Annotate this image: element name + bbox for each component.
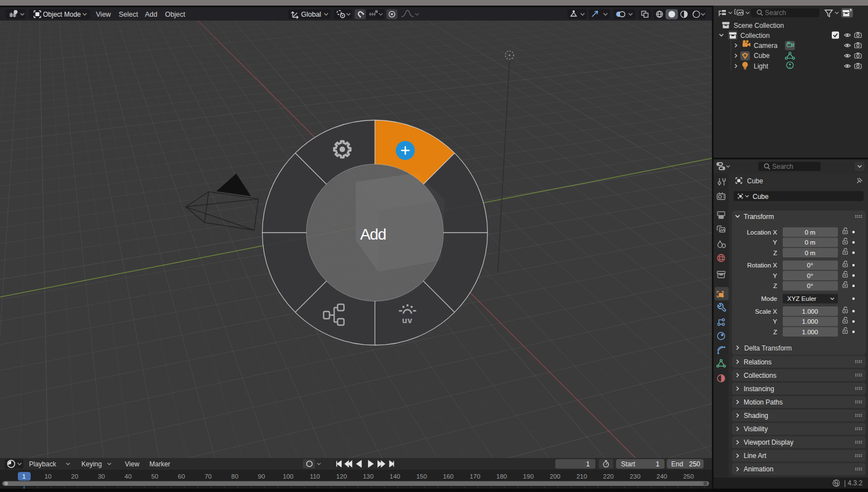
- svg-text:1: 1: [656, 460, 660, 468]
- svg-text:View: View: [125, 460, 139, 468]
- svg-text:10: 10: [45, 473, 52, 480]
- svg-text:150: 150: [416, 473, 427, 480]
- svg-text:Collections: Collections: [744, 372, 777, 379]
- svg-text:1: 1: [586, 460, 590, 468]
- svg-text:Scale X: Scale X: [755, 308, 777, 315]
- svg-text:Shading: Shading: [744, 412, 768, 420]
- svg-text:240: 240: [657, 473, 667, 480]
- svg-text:Y: Y: [773, 318, 777, 325]
- svg-text:Scene Collection: Scene Collection: [734, 22, 784, 30]
- svg-text:1.000: 1.000: [802, 329, 818, 335]
- svg-text:Cube: Cube: [747, 177, 763, 185]
- svg-text:170: 170: [469, 473, 480, 480]
- svg-text:Viewport Display: Viewport Display: [744, 439, 793, 446]
- svg-text:Y: Y: [773, 239, 777, 246]
- svg-text:20: 20: [71, 473, 79, 480]
- svg-text:Camera: Camera: [754, 42, 778, 50]
- svg-text:160: 160: [443, 473, 454, 480]
- svg-text:| 4.3.2: | 4.3.2: [844, 479, 862, 487]
- svg-text:0 m: 0 m: [804, 250, 815, 256]
- svg-text:Add: Add: [360, 226, 386, 243]
- svg-text:90: 90: [258, 473, 265, 480]
- svg-text:Transform: Transform: [744, 213, 774, 221]
- svg-text:230: 230: [630, 473, 641, 480]
- svg-text:190: 190: [523, 473, 534, 480]
- svg-text:50: 50: [151, 473, 158, 480]
- svg-text:Relations: Relations: [744, 358, 772, 366]
- svg-text:0°: 0°: [807, 282, 813, 289]
- svg-text:Visibility: Visibility: [744, 425, 768, 433]
- svg-text:0°: 0°: [807, 272, 813, 279]
- svg-text:Keying: Keying: [81, 460, 102, 468]
- svg-text:Rotation X: Rotation X: [747, 262, 777, 269]
- svg-text:130: 130: [363, 473, 374, 480]
- svg-text:Delta Transform: Delta Transform: [744, 344, 792, 352]
- svg-text:70: 70: [205, 473, 212, 480]
- svg-text:220: 220: [603, 473, 614, 480]
- svg-text:250: 250: [689, 460, 700, 468]
- svg-text:100: 100: [283, 473, 293, 480]
- svg-text:1.000: 1.000: [802, 318, 818, 325]
- svg-text:Z: Z: [773, 250, 777, 256]
- svg-text:End: End: [671, 460, 683, 468]
- svg-text:60: 60: [178, 473, 185, 480]
- svg-text:Instancing: Instancing: [744, 385, 774, 393]
- svg-text:Search: Search: [772, 163, 793, 171]
- svg-text:Z: Z: [773, 329, 777, 335]
- svg-text:Z: Z: [773, 282, 777, 289]
- svg-text:Collection: Collection: [740, 32, 770, 40]
- svg-text:1: 1: [22, 473, 26, 480]
- svg-text:Cube: Cube: [753, 193, 769, 201]
- svg-text:Start: Start: [621, 460, 636, 468]
- svg-text:XYZ Euler: XYZ Euler: [787, 295, 817, 302]
- svg-text:uv: uv: [402, 315, 413, 325]
- svg-text:210: 210: [576, 473, 587, 480]
- svg-text:Mode: Mode: [761, 295, 777, 302]
- svg-text:0°: 0°: [807, 262, 813, 269]
- svg-text:200: 200: [550, 473, 560, 480]
- svg-text:Light: Light: [754, 62, 769, 70]
- svg-text:Location X: Location X: [747, 229, 778, 236]
- svg-text:Playback: Playback: [29, 460, 57, 468]
- svg-text:250: 250: [683, 473, 694, 480]
- svg-text:Y: Y: [773, 272, 777, 279]
- svg-text:40: 40: [124, 473, 132, 480]
- svg-text:Marker: Marker: [149, 460, 170, 468]
- svg-text:110: 110: [310, 473, 320, 480]
- svg-text:Motion Paths: Motion Paths: [744, 398, 783, 406]
- svg-text:120: 120: [336, 473, 347, 480]
- svg-text:0 m: 0 m: [804, 229, 815, 236]
- svg-text:180: 180: [496, 473, 507, 480]
- svg-text:Animation: Animation: [744, 465, 773, 473]
- svg-text:Line Art: Line Art: [744, 452, 767, 460]
- svg-text:140: 140: [390, 473, 400, 480]
- svg-text:0 m: 0 m: [804, 239, 815, 246]
- svg-text:1.000: 1.000: [802, 308, 818, 315]
- svg-text:30: 30: [98, 473, 105, 480]
- svg-text:80: 80: [231, 473, 239, 480]
- svg-text:Search: Search: [765, 9, 786, 17]
- svg-text:Cube: Cube: [754, 52, 770, 60]
